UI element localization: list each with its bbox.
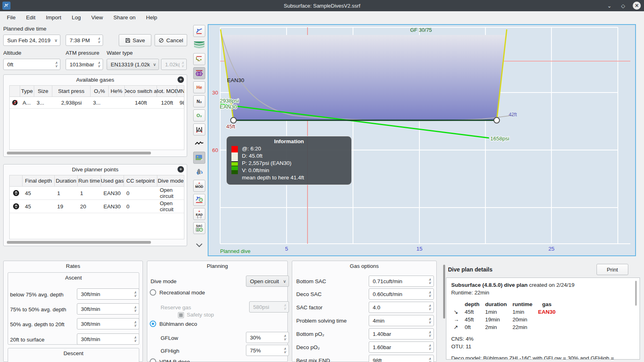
gas-density-toggle-button[interactable]: [193, 123, 205, 136]
menu-share-on[interactable]: Share on: [108, 13, 141, 22]
gases-col-mnd[interactable]: MN: [177, 86, 184, 97]
points-col-mode[interactable]: Dive mode: [157, 175, 184, 186]
gas-start-press-cell[interactable]: 2,938psi: [52, 100, 91, 106]
point-setpoint-cell[interactable]: 0: [124, 204, 157, 210]
maximize-icon[interactable]: ◇: [619, 2, 627, 10]
recreational-mode-radio[interactable]: [150, 289, 156, 296]
spinner-arrows-icon[interactable]: ∧∨: [428, 357, 431, 362]
menu-import[interactable]: Import: [41, 13, 66, 22]
point-setpoint-cell[interactable]: 0: [124, 190, 157, 196]
points-col-duration[interactable]: Duration: [55, 175, 78, 186]
waypoint-handle[interactable]: [231, 117, 236, 123]
close-icon[interactable]: ✕: [633, 2, 641, 10]
pn2-he-toggle-button[interactable]: He: [193, 81, 205, 93]
menu-edit[interactable]: Edit: [21, 13, 41, 22]
point-row[interactable]: 45 19 20 EAN30 0 Open circuit: [10, 200, 184, 213]
points-col-runtime[interactable]: Run time: [78, 175, 101, 186]
point-mode-cell[interactable]: Open circuit: [157, 187, 184, 199]
vpmb-deco-radio[interactable]: [150, 358, 156, 362]
spinner-arrows-icon[interactable]: ∧∨: [428, 291, 431, 297]
point-row[interactable]: 45 1 1 EAN30 0 Open circuit: [10, 187, 184, 200]
tank-change-button[interactable]: [193, 166, 205, 178]
cancel-button[interactable]: Cancel: [155, 34, 187, 46]
pn2-toggle-button[interactable]: N₂: [193, 95, 205, 107]
rate-spinner[interactable]: 30ft/min ∧∨: [77, 318, 139, 329]
altitude-spinner[interactable]: 0ft ∧∨: [3, 59, 60, 70]
point-runtime-cell[interactable]: 1: [78, 190, 101, 196]
gases-col-o2[interactable]: O₂%: [91, 86, 109, 97]
print-button[interactable]: Print: [597, 264, 628, 275]
notes-scrollbar[interactable]: [635, 281, 637, 306]
sac-factor-spinner[interactable]: 4.0 ∧∨: [369, 302, 434, 313]
delete-gas-icon[interactable]: [10, 99, 20, 106]
save-button[interactable]: Save: [119, 34, 151, 46]
point-duration-cell[interactable]: 1: [55, 190, 78, 196]
sac-toggle-button[interactable]: SAC: [193, 222, 205, 234]
water-type-select[interactable]: EN13319 (1.02k ∨: [107, 59, 159, 70]
point-gas-cell[interactable]: EAN30: [101, 190, 124, 196]
deco-po2-spinner[interactable]: 1.60bar ∧∨: [369, 341, 434, 353]
rate-spinner[interactable]: 30ft/min ∧∨: [77, 333, 139, 345]
spinner-arrows-icon[interactable]: ∧∨: [428, 331, 431, 337]
ead-toggle-button[interactable]: +EAD(...): [193, 208, 205, 220]
dive-plan-notes[interactable]: Subsurface (4.8.5.0) dive plan created o…: [446, 278, 640, 360]
mod-toggle-button[interactable]: +MOD: [193, 180, 205, 192]
menu-help[interactable]: Help: [141, 13, 163, 22]
heart-rate-toggle-button[interactable]: [193, 138, 205, 150]
spinner-arrows-icon[interactable]: ∧∨: [428, 317, 431, 324]
spinner-arrows-icon[interactable]: ∧∨: [134, 306, 136, 312]
menu-view[interactable]: View: [86, 13, 108, 22]
gflow-spinner[interactable]: 30% ∧∨: [246, 332, 289, 343]
bottom-sac-spinner[interactable]: 0.71cuft/min ∧∨: [369, 276, 434, 287]
information-tooltip[interactable]: Information @: 6:20 D: 45.0ft P: 2,557ps…: [226, 136, 352, 185]
rate-spinner[interactable]: 30ft/min ∧∨: [77, 288, 139, 300]
delete-point-icon[interactable]: [10, 203, 23, 210]
tank-bar-toggle-button[interactable]: [193, 67, 205, 79]
add-gas-button[interactable]: +: [178, 76, 184, 83]
gases-col-bot-mod[interactable]: Bot. MOD: [157, 86, 177, 97]
gas-deco-switch-cell[interactable]: 140ft: [125, 100, 157, 106]
spinner-arrows-icon[interactable]: ∧∨: [134, 291, 136, 297]
point-depth-cell[interactable]: 45: [23, 190, 55, 196]
gas-type-cell[interactable]: A...: [20, 100, 34, 106]
gas-row[interactable]: A... 3... 2,938psi 3... 140ft 120ft 98f: [10, 97, 184, 109]
point-gas-cell[interactable]: EAN30: [101, 204, 124, 210]
spinner-arrows-icon[interactable]: ∧∨: [283, 347, 286, 354]
buhlmann-deco-radio[interactable]: [150, 321, 156, 327]
gas-o2-cell[interactable]: 3...: [91, 100, 109, 106]
deco-sac-spinner[interactable]: 0.60cuft/min ∧∨: [369, 288, 434, 300]
rate-spinner[interactable]: 30ft/min ∧∨: [77, 303, 139, 315]
spinner-arrows-icon[interactable]: ∧∨: [134, 321, 136, 327]
spinner-arrows-icon[interactable]: ∧∨: [428, 344, 431, 350]
po2-toggle-button[interactable]: O₂: [193, 109, 205, 121]
ndl-toggle-button[interactable]: [193, 194, 205, 206]
spinner-arrows-icon[interactable]: ∧∨: [283, 334, 286, 341]
dive-date-select[interactable]: Sun Feb 24, 2019 ∨: [3, 35, 60, 46]
menu-log[interactable]: Log: [66, 13, 86, 22]
bottom-po2-spinner[interactable]: 1.40bar ∧∨: [369, 328, 434, 339]
gases-col-he[interactable]: He%: [109, 86, 125, 97]
atm-pressure-spinner[interactable]: 1013mbar ∧∨: [66, 59, 103, 70]
deco-steps-toggle-button[interactable]: [193, 53, 205, 65]
points-col-gas[interactable]: Used gas: [101, 175, 124, 186]
gases-col-deco-switch[interactable]: Deco switch at: [125, 86, 157, 97]
spinner-arrows-icon[interactable]: ∧∨: [428, 304, 431, 311]
gas-bot-mod-cell[interactable]: 120ft: [157, 100, 177, 106]
photos-toggle-button[interactable]: [193, 152, 205, 164]
toolbar-collapse-button[interactable]: [193, 239, 205, 251]
points-horizontal-scrollbar[interactable]: [7, 241, 151, 244]
gas-mnd-cell[interactable]: 98f: [177, 100, 184, 106]
best-mix-end-spinner[interactable]: 98ft ∧∨: [369, 355, 434, 362]
spinner-arrows-icon[interactable]: ∧∨: [97, 61, 100, 68]
minimize-icon[interactable]: ⌄: [605, 2, 613, 10]
add-point-button[interactable]: +: [178, 166, 184, 173]
point-duration-cell[interactable]: 19: [55, 204, 78, 210]
gases-col-type[interactable]: Type: [20, 86, 34, 97]
gases-horizontal-scrollbar[interactable]: [7, 152, 151, 154]
delete-point-icon[interactable]: [10, 190, 23, 196]
point-depth-cell[interactable]: 45: [23, 204, 55, 210]
problem-time-spinner[interactable]: 4min ∧∨: [369, 315, 434, 326]
gas-size-cell[interactable]: 3...: [34, 100, 52, 106]
spinner-arrows-icon[interactable]: ∧∨: [134, 336, 136, 342]
dive-profile-chart[interactable]: GF 30/75 30 60 5 15 25 EAN30 2938psi EAN…: [208, 24, 636, 256]
